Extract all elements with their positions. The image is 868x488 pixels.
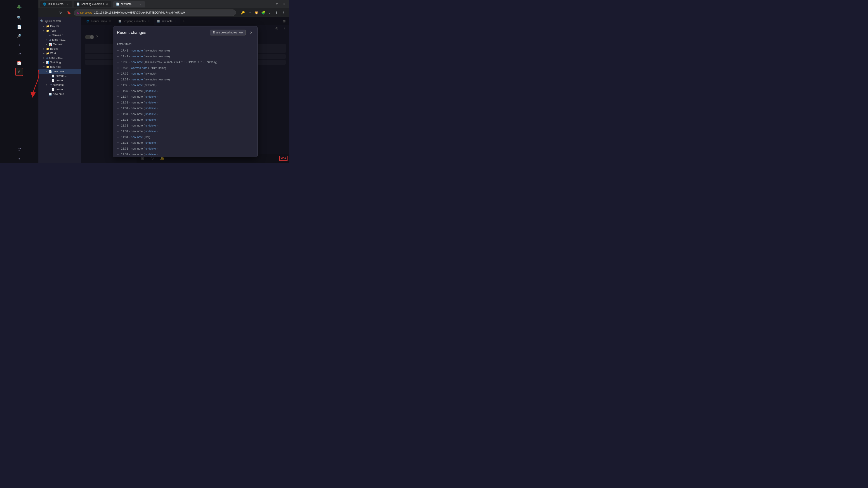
change-item-4: 17:36 - new note (new note) [121, 71, 254, 76]
refresh-button[interactable]: ↻ [57, 9, 64, 16]
sidebar-send-btn[interactable]: ▷ [15, 41, 23, 49]
change-link-3[interactable]: Canvas note [131, 66, 147, 70]
change-link-1[interactable]: new note [131, 55, 143, 58]
change-link-15[interactable]: new note [131, 135, 143, 139]
close-window-button[interactable]: ✕ [281, 1, 287, 7]
change-item-11: 11:31 - new note ( undelete ) [121, 111, 254, 117]
sidebar-search2-btn[interactable]: 🔎 [15, 32, 23, 40]
label-sub1: new no... [56, 74, 79, 77]
undelete-link-8[interactable]: undelete [145, 95, 156, 98]
refresh-icon: ↻ [59, 11, 62, 14]
forward-button[interactable]: → [49, 9, 56, 16]
change-link-6[interactable]: new note [131, 84, 143, 87]
xda-logo: XDA [279, 156, 287, 161]
tree-item-books[interactable]: ▶ 📁 Books [38, 46, 81, 51]
sidebar-shield-btn[interactable]: 🛡 [15, 145, 23, 154]
puzzle-icon: 🧩 [261, 11, 265, 14]
undelete-link-16[interactable]: undelete [145, 141, 156, 144]
sidebar-search-btn[interactable]: 🔍 [15, 13, 23, 22]
trilium-logo-btn[interactable] [15, 3, 23, 11]
sidebar-calendar-btn[interactable]: 📅 [15, 59, 23, 67]
chevron-mindmaps: ▶ [46, 39, 48, 41]
tab-title-new-note: new note [121, 2, 137, 6]
change-item-12: 11:31 - new note ( undelete ) [121, 117, 254, 123]
tree-item-canvas[interactable]: ✏ Canvas n... [38, 33, 81, 37]
menu-btn[interactable]: ⋮ [280, 9, 287, 16]
change-link-4[interactable]: new note [131, 72, 143, 75]
sidebar-branch-btn[interactable]: ⎇ [15, 50, 23, 58]
browser-title-bar: 🌐 Trilium Demo ✕ 📄 Scripting examples ✕ … [38, 0, 289, 8]
icon-mermaid: 📊 [49, 43, 52, 46]
undelete-link-14[interactable]: undelete [145, 130, 156, 133]
undelete-link-11[interactable]: undelete [145, 112, 156, 116]
chevron-work: ▶ [43, 52, 45, 55]
icon-canvas: ✏ [49, 34, 51, 37]
date-section-header: 2024-10-31 [117, 42, 254, 46]
tab-close-trilium-demo[interactable]: ✕ [66, 2, 69, 6]
search-icon: 🔍 [17, 15, 22, 20]
change-item-7: 11:37 - new note ( undelete ) [121, 88, 254, 94]
extensions-btn[interactable]: 🧩 [260, 9, 266, 16]
tab-favicon-trilium: 🌐 [43, 2, 46, 6]
undelete-link-10[interactable]: undelete [145, 107, 156, 110]
collapse-sidebar-icon: « [18, 157, 20, 160]
share-icon: ↗ [248, 11, 251, 14]
chevron-day-ter: ▶ [43, 25, 45, 27]
change-link-0[interactable]: new note [131, 49, 143, 52]
tree-item-scripting[interactable]: ▶ 📊 Scripting... [38, 60, 81, 65]
tree-item-mermaid[interactable]: ▶ 📊 Mermaid [38, 42, 81, 46]
browser-tab-scripting[interactable]: 📄 Scripting examples ✕ [74, 1, 112, 7]
label-new-note-folder: new note [50, 65, 79, 68]
bookmark-button[interactable]: 🔖 [66, 9, 72, 16]
quick-search[interactable]: 🔍 Quick search [38, 18, 81, 24]
search-tree-icon: 🔍 [40, 20, 43, 23]
tree-item-tech[interactable]: ▶ 📁 Tech [38, 29, 81, 33]
undelete-link-13[interactable]: undelete [145, 124, 156, 127]
tree-item-mind-maps[interactable]: ▶ 🗂 Mind map... [38, 37, 81, 42]
minimize-button[interactable]: — [267, 1, 273, 7]
tree-item-work[interactable]: ▶ 📁 Work [38, 51, 81, 56]
search2-sidebar-icon: 🔎 [17, 34, 22, 38]
address-input[interactable]: ⚠ Not secure 192.168.29.138:8080/#root/w… [74, 9, 236, 16]
xda-watermark: XDA [279, 156, 287, 161]
maximize-button[interactable]: □ [274, 1, 280, 7]
change-item-17: 11:31 - new note ( undelete ) [121, 146, 254, 152]
download-btn[interactable]: ⬇ [274, 9, 280, 16]
browser-tab-new-note[interactable]: 📄 new note ✕ [113, 1, 145, 7]
change-item-2: 17:36 - new note (Trilium Demo / Journal… [121, 59, 254, 65]
undelete-link-9[interactable]: undelete [145, 101, 156, 104]
sidebar-collapse-btn[interactable]: « [15, 155, 23, 163]
label-new-note-doc: new note [53, 70, 79, 73]
undelete-link-17[interactable]: undelete [145, 147, 156, 150]
tree-item-day-ter[interactable]: ▶ 📁 Day ter... [38, 24, 81, 29]
tab-close-scripting[interactable]: ✕ [105, 2, 109, 6]
browser-tab-trilium-demo[interactable]: 🌐 Trilium Demo ✕ [40, 1, 72, 7]
chevron-scripting: ▶ [43, 61, 45, 64]
change-item-9: 11:31 - new note ( undelete ) [121, 100, 254, 105]
label-scripting: Scripting... [50, 61, 79, 64]
undelete-link-12[interactable]: undelete [145, 118, 156, 121]
key-icon: 🔑 [241, 11, 245, 14]
change-link-2[interactable]: new note [131, 60, 143, 64]
modal-backdrop[interactable]: Recent changes Erase deleted notes now ✕… [81, 17, 289, 163]
key-icon-btn[interactable]: 🔑 [240, 9, 246, 16]
modal-body[interactable]: 2024-10-31 17:41 - new note (new note / … [113, 39, 257, 157]
icon-sub3: 📄 [52, 88, 55, 91]
undelete-link-7[interactable]: undelete [145, 90, 156, 93]
modal-close-btn[interactable]: ✕ [248, 30, 254, 35]
change-item-16: 11:31 - new note ( undelete ) [121, 140, 254, 146]
erase-deleted-btn[interactable]: Erase deleted notes now [210, 30, 246, 35]
brave-shield-btn[interactable]: 🦁 [253, 9, 259, 16]
tab-close-new-note[interactable]: ✕ [138, 2, 142, 6]
sidebar-new-note-btn[interactable]: 📄 [15, 23, 23, 31]
share-btn[interactable]: ↗ [246, 9, 253, 16]
change-link-5[interactable]: new note [131, 78, 143, 81]
back-button[interactable]: ← [41, 9, 48, 16]
new-tab-button[interactable]: + [147, 1, 153, 7]
tree-item-steel-blue[interactable]: ▶ ◈ Steel Blue... [38, 56, 81, 60]
sidebar-recent-changes-btn[interactable]: ⏱ [15, 68, 23, 76]
icon-books: 📁 [46, 47, 49, 51]
address-bar: ← → ↻ 🔖 ⚠ Not secure 192.168.29.138:8080… [38, 8, 289, 17]
undelete-link-18[interactable]: undelete [145, 153, 156, 156]
music-btn[interactable]: ♪ [267, 9, 273, 16]
